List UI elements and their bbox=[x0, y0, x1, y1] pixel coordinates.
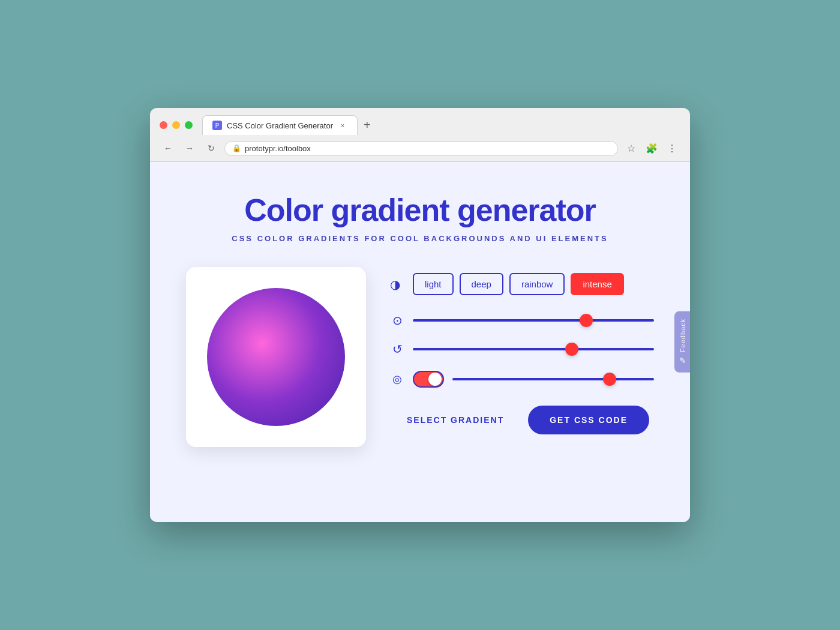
slider-rotation-row: ↺ bbox=[390, 342, 654, 356]
star-button[interactable]: ☆ bbox=[623, 140, 640, 157]
page-title: Color gradient generator bbox=[186, 192, 654, 228]
desktop-background: P CSS Color Gradient Generator × + ← → ↻… bbox=[0, 0, 840, 630]
back-button[interactable]: ← bbox=[160, 140, 176, 157]
toggle-row-icon: ◎ bbox=[390, 373, 404, 386]
url-display: prototypr.io/toolbox bbox=[245, 144, 311, 153]
gradient-preview-card bbox=[186, 267, 366, 447]
browser-tabs: P CSS Color Gradient Generator × + bbox=[202, 115, 680, 135]
traffic-light-minimize[interactable] bbox=[172, 121, 180, 129]
select-gradient-button[interactable]: SELECT GRADIENT bbox=[395, 408, 516, 432]
feedback-label: Feedback bbox=[679, 319, 686, 352]
presets-row: ◑ light deep rainbow intense bbox=[390, 273, 654, 295]
lock-icon: 🔒 bbox=[232, 144, 241, 152]
preset-deep-button[interactable]: deep bbox=[460, 273, 503, 295]
extension-button[interactable]: 🧩 bbox=[643, 140, 660, 157]
traffic-light-maximize[interactable] bbox=[185, 121, 193, 129]
browser-addressbar: ← → ↻ 🔒 prototypr.io/toolbox ☆ 🧩 ⋮ bbox=[150, 135, 690, 161]
browser-actions: ☆ 🧩 ⋮ bbox=[623, 140, 680, 157]
rotation-icon: ↺ bbox=[390, 342, 404, 356]
feedback-tab[interactable]: Feedback ✎ bbox=[674, 311, 690, 373]
saturation-slider-thumb[interactable] bbox=[580, 314, 593, 327]
toggle-slider-row: ◎ bbox=[390, 371, 654, 388]
tab-title: CSS Color Gradient Generator bbox=[227, 121, 333, 130]
traffic-lights bbox=[160, 121, 193, 129]
toggle-switch[interactable] bbox=[413, 371, 444, 388]
address-bar[interactable]: 🔒 prototypr.io/toolbox bbox=[224, 141, 618, 156]
rotation-slider[interactable] bbox=[413, 348, 654, 350]
refresh-button[interactable]: ↻ bbox=[203, 140, 220, 157]
browser-tab-active[interactable]: P CSS Color Gradient Generator × bbox=[202, 115, 358, 135]
browser-titlebar: P CSS Color Gradient Generator × + bbox=[150, 108, 690, 135]
page-content: Color gradient generator CSS COLOR GRADI… bbox=[150, 162, 690, 522]
page-subtitle: CSS COLOR GRADIENTS FOR COOL BACKGROUNDS… bbox=[186, 234, 654, 243]
gradient-sphere bbox=[207, 288, 345, 426]
tab-favicon: P bbox=[212, 121, 222, 130]
toggle-knob bbox=[428, 373, 442, 386]
preset-light-button[interactable]: light bbox=[413, 273, 454, 295]
traffic-light-close[interactable] bbox=[160, 121, 167, 129]
browser-window: P CSS Color Gradient Generator × + ← → ↻… bbox=[150, 108, 690, 522]
menu-button[interactable]: ⋮ bbox=[664, 140, 680, 157]
extra-slider-thumb[interactable] bbox=[603, 373, 616, 386]
extra-slider[interactable] bbox=[452, 378, 654, 380]
main-area: ◑ light deep rainbow intense ⊙ bbox=[186, 267, 654, 447]
saturation-slider[interactable] bbox=[413, 319, 654, 322]
feedback-icon: ✎ bbox=[679, 356, 686, 365]
new-tab-button[interactable]: + bbox=[358, 116, 377, 134]
browser-chrome: P CSS Color Gradient Generator × + ← → ↻… bbox=[150, 108, 690, 162]
rotation-slider-thumb[interactable] bbox=[565, 343, 578, 356]
get-css-code-button[interactable]: GET CSS CODE bbox=[528, 406, 649, 434]
preset-icon: ◑ bbox=[390, 277, 404, 292]
preset-rainbow-button[interactable]: rainbow bbox=[509, 273, 565, 295]
preset-intense-button[interactable]: intense bbox=[571, 273, 623, 295]
bottom-buttons: SELECT GRADIENT GET CSS CODE bbox=[390, 406, 654, 434]
slider-saturation-row: ⊙ bbox=[390, 313, 654, 328]
controls-panel: ◑ light deep rainbow intense ⊙ bbox=[390, 267, 654, 434]
tab-close-button[interactable]: × bbox=[338, 121, 347, 130]
forward-button[interactable]: → bbox=[181, 140, 198, 157]
saturation-icon: ⊙ bbox=[390, 313, 404, 328]
